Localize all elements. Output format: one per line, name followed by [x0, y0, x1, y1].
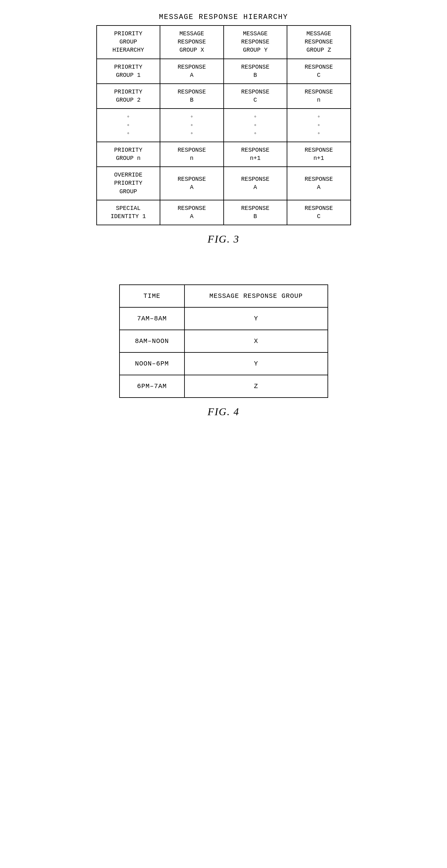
table-row: TIME MESSAGE RESPONSE GROUP — [119, 285, 328, 307]
rown-col2: RESPONSEn+1 — [224, 142, 287, 167]
row2-col1: RESPONSEB — [160, 84, 224, 108]
header-col3: MESSAGERESPONSEGROUP Z — [287, 26, 351, 59]
fig4-group-4: Z — [184, 375, 328, 398]
table-row: SPECIALIDENTITY 1 RESPONSEA RESPONSEB RE… — [97, 200, 351, 225]
special-col0: SPECIALIDENTITY 1 — [97, 200, 160, 225]
table-row: OVERRIDEPRIORITYGROUP RESPONSEA RESPONSE… — [97, 167, 351, 200]
override-col0: OVERRIDEPRIORITYGROUP — [97, 167, 160, 200]
dots-col3: ◦◦◦ — [287, 108, 351, 142]
table-row: 7AM–8AM Y — [119, 307, 328, 330]
override-col1: RESPONSEA — [160, 167, 224, 200]
dots-col2: ◦◦◦ — [224, 108, 287, 142]
row1-col0: PRIORITYGROUP 1 — [97, 59, 160, 84]
fig4-caption: FIG. 4 — [208, 406, 239, 418]
table-row: ◦◦◦ ◦◦◦ ◦◦◦ ◦◦◦ — [97, 108, 351, 142]
rown-col0: PRIORITYGROUP n — [97, 142, 160, 167]
rown-col1: RESPONSEn — [160, 142, 224, 167]
table-row: NOON–6PM Y — [119, 352, 328, 375]
fig4-time-3: NOON–6PM — [119, 352, 184, 375]
special-col3: RESPONSEC — [287, 200, 351, 225]
row2-col3: RESPONSEn — [287, 84, 351, 108]
table-row: 8AM–NOON X — [119, 330, 328, 352]
table-row: PRIORITYGROUPHIERARCHY MESSAGERESPONSEGR… — [97, 26, 351, 59]
fig4-group-1: Y — [184, 307, 328, 330]
fig3-title: MESSAGE RESPONSE HIERARCHY — [159, 13, 288, 21]
table-row: PRIORITYGROUP 2 RESPONSEB RESPONSEC RESP… — [97, 84, 351, 108]
row2-col2: RESPONSEC — [224, 84, 287, 108]
fig3-caption: FIG. 3 — [208, 233, 239, 245]
fig4-table: TIME MESSAGE RESPONSE GROUP 7AM–8AM Y 8A… — [119, 284, 328, 398]
row2-col0: PRIORITYGROUP 2 — [97, 84, 160, 108]
fig4-section: TIME MESSAGE RESPONSE GROUP 7AM–8AM Y 8A… — [77, 284, 371, 418]
override-col3: RESPONSEA — [287, 167, 351, 200]
fig4-time-1: 7AM–8AM — [119, 307, 184, 330]
fig3-table: PRIORITYGROUPHIERARCHY MESSAGERESPONSEGR… — [96, 25, 351, 225]
fig4-time-2: 8AM–NOON — [119, 330, 184, 352]
row1-col2: RESPONSEB — [224, 59, 287, 84]
page-container: MESSAGE RESPONSE HIERARCHY PRIORITYGROUP… — [77, 13, 371, 418]
table-row: PRIORITYGROUP n RESPONSEn RESPONSEn+1 RE… — [97, 142, 351, 167]
row1-col3: RESPONSEC — [287, 59, 351, 84]
header-col0: PRIORITYGROUPHIERARCHY — [97, 26, 160, 59]
fig4-time-4: 6PM–7AM — [119, 375, 184, 398]
header-col1: MESSAGERESPONSEGROUP X — [160, 26, 224, 59]
dots-col1: ◦◦◦ — [160, 108, 224, 142]
fig4-header-time: TIME — [119, 285, 184, 307]
rown-col3: RESPONSEn+1 — [287, 142, 351, 167]
row1-col1: RESPONSEA — [160, 59, 224, 84]
special-col1: RESPONSEA — [160, 200, 224, 225]
fig4-group-3: Y — [184, 352, 328, 375]
override-col2: RESPONSEA — [224, 167, 287, 200]
fig3-section: MESSAGE RESPONSE HIERARCHY PRIORITYGROUP… — [77, 13, 371, 245]
special-col2: RESPONSEB — [224, 200, 287, 225]
table-row: 6PM–7AM Z — [119, 375, 328, 398]
fig4-header-group: MESSAGE RESPONSE GROUP — [184, 285, 328, 307]
fig4-group-2: X — [184, 330, 328, 352]
table-row: PRIORITYGROUP 1 RESPONSEA RESPONSEB RESP… — [97, 59, 351, 84]
header-col2: MESSAGERESPONSEGROUP Y — [224, 26, 287, 59]
dots-col0: ◦◦◦ — [97, 108, 160, 142]
